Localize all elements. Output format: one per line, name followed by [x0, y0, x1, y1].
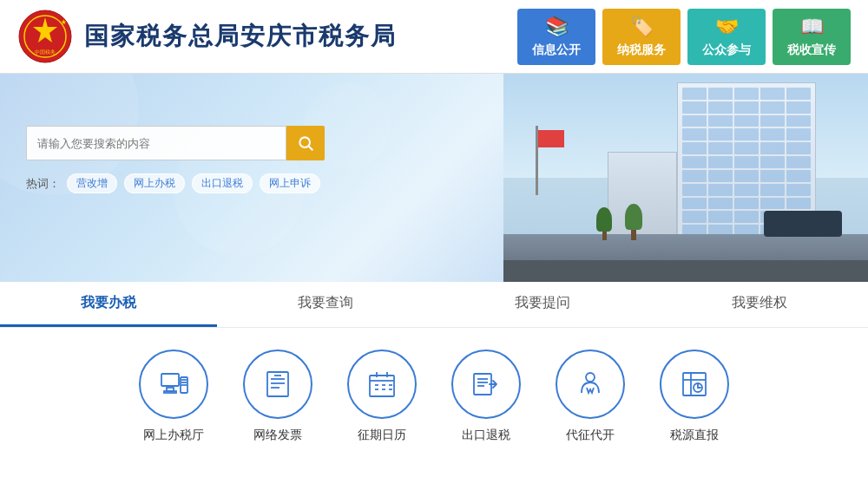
svg-rect-9	[164, 391, 176, 393]
service-svg-proxy-tax	[575, 369, 606, 400]
service-label-tax-source: 税源直报	[670, 428, 719, 443]
nav-label-publicity: 税收宣传	[787, 42, 836, 58]
nav-btn-publicity[interactable]: 📖税收宣传	[773, 9, 851, 65]
svg-rect-19	[370, 376, 394, 396]
banner: 热词： 营改增 网上办税 出口退税 网上申诉	[0, 74, 868, 282]
service-label-tax-calendar: 征期日历	[358, 428, 406, 443]
banner-building	[503, 74, 868, 282]
service-item-tax-calendar[interactable]: 征期日历	[347, 350, 417, 443]
nav-label-tax-service: 纳税服务	[617, 42, 666, 58]
service-svg-online-hall	[158, 369, 189, 400]
svg-text:中国税务: 中国税务	[35, 49, 56, 55]
search-button[interactable]	[286, 126, 325, 160]
hot-tag-1[interactable]: 网上办税	[124, 173, 185, 193]
header-title: 国家税务总局安庆市税务局	[84, 20, 397, 53]
services-grid: 网上办税厅 网络发票 征期日历 出口退税 代征代开 税源直报	[17, 350, 851, 443]
svg-rect-29	[474, 374, 491, 395]
service-circle-online-hall	[139, 350, 208, 419]
service-circle-tax-calendar	[347, 350, 417, 419]
tab-query[interactable]: 我要查询	[217, 282, 434, 327]
service-item-export-tax[interactable]: 出口退税	[451, 350, 521, 443]
search-icon	[297, 134, 314, 152]
flag-area	[536, 126, 538, 195]
hot-words: 热词： 营改增 网上办税 出口退税 网上申诉	[26, 173, 325, 193]
services-section: 网上办税厅 网络发票 征期日历 出口退税 代征代开 税源直报	[0, 328, 868, 465]
search-input[interactable]	[26, 126, 286, 160]
service-circle-export-tax	[451, 350, 521, 419]
nav-icon-publicity: 📖	[800, 16, 824, 38]
nav-icon-info: 📚	[545, 16, 569, 38]
service-svg-net-invoice	[262, 369, 293, 400]
tab-ask[interactable]: 我要提问	[434, 282, 651, 327]
svg-rect-7	[161, 374, 179, 386]
service-label-export-tax: 出口退税	[462, 428, 510, 443]
nav-btn-public[interactable]: 🤝公众参与	[687, 9, 766, 65]
service-circle-tax-source	[660, 350, 729, 419]
svg-line-6	[309, 147, 313, 151]
svg-point-33	[586, 373, 595, 382]
nav-icon-public: 🤝	[715, 16, 739, 38]
logo-emblem: 中国税务	[17, 9, 74, 65]
tabs-section: 我要办税我要查询我要提问我要维权	[0, 282, 868, 328]
tab-rights[interactable]: 我要维权	[651, 282, 868, 327]
nav-btn-tax-service[interactable]: 🏷️纳税服务	[602, 9, 681, 65]
service-svg-export-tax	[470, 369, 502, 400]
search-box	[26, 126, 325, 160]
service-item-tax-source[interactable]: 税源直报	[660, 350, 729, 443]
service-item-online-hall[interactable]: 网上办税厅	[139, 350, 208, 443]
service-item-net-invoice[interactable]: 网络发票	[243, 350, 312, 443]
header-nav: 📚信息公开🏷️纳税服务🤝公众参与📖税收宣传	[517, 9, 851, 65]
service-circle-net-invoice	[243, 350, 312, 419]
banner-search-area: 热词： 营改增 网上办税 出口退税 网上申诉	[26, 126, 325, 193]
service-circle-proxy-tax	[556, 350, 625, 419]
nav-icon-tax-service: 🏷️	[630, 16, 654, 38]
service-label-online-hall: 网上办税厅	[143, 428, 204, 443]
hot-tag-2[interactable]: 出口退税	[192, 173, 253, 193]
hot-tag-0[interactable]: 营改增	[67, 173, 117, 193]
hot-label: 热词：	[26, 176, 60, 192]
nav-label-public: 公众参与	[702, 42, 751, 58]
service-label-proxy-tax: 代征代开	[566, 428, 615, 443]
hot-tag-3[interactable]: 网上申诉	[260, 173, 320, 193]
nav-label-info: 信息公开	[532, 42, 581, 58]
building-side	[608, 152, 677, 238]
tab-handle[interactable]: 我要办税	[0, 282, 217, 327]
service-svg-tax-source	[679, 369, 710, 400]
car	[764, 211, 842, 237]
nav-btn-info[interactable]: 📚信息公开	[517, 9, 595, 65]
header: 中国税务 国家税务总局安庆市税务局 📚信息公开🏷️纳税服务🤝公众参与📖税收宣传	[0, 0, 868, 74]
svg-point-5	[299, 137, 310, 147]
tabs-row: 我要办税我要查询我要提问我要维权	[0, 282, 868, 327]
header-left: 中国税务 国家税务总局安庆市税务局	[17, 9, 397, 65]
service-label-net-invoice: 网络发票	[253, 428, 302, 443]
service-svg-tax-calendar	[366, 369, 398, 400]
service-item-proxy-tax[interactable]: 代征代开	[556, 350, 625, 443]
